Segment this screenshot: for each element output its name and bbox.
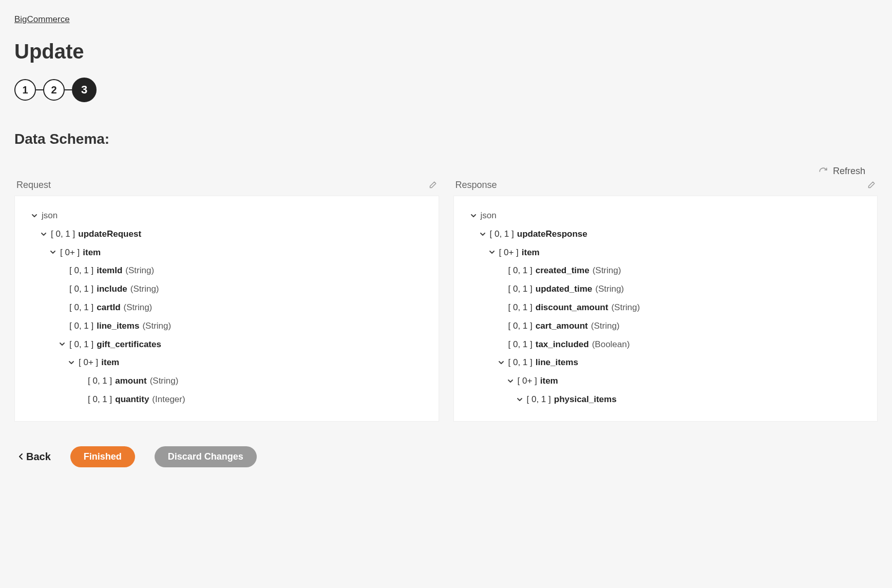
step-2[interactable]: 2 (43, 79, 65, 101)
tree-node: [ 0, 1 ]tax_included(Boolean) (468, 335, 863, 354)
step-1[interactable]: 1 (14, 79, 36, 101)
node-type: (String) (125, 264, 154, 277)
node-type: (Boolean) (592, 338, 630, 351)
chevron-down-icon[interactable] (68, 359, 75, 366)
node-name: updateRequest (78, 228, 141, 240)
finished-button[interactable]: Finished (70, 446, 135, 467)
node-name: cartId (97, 301, 120, 314)
chevron-down-icon[interactable] (489, 249, 496, 255)
tree-node[interactable]: [ 0+ ]item (468, 372, 863, 390)
node-cardinality: [ 0, 1 ] (69, 338, 93, 351)
tree-node[interactable]: json (468, 206, 863, 225)
node-cardinality: [ 0, 1 ] (508, 356, 533, 369)
node-cardinality: [ 0, 1 ] (508, 301, 533, 314)
node-type: (String) (595, 283, 624, 295)
tree-node[interactable]: [ 0, 1 ]updateResponse (468, 225, 863, 243)
node-cardinality: [ 0, 1 ] (490, 228, 514, 240)
chevron-down-icon[interactable] (50, 249, 57, 255)
tree-node: [ 0, 1 ]include(String) (29, 280, 424, 298)
node-name: cart_amount (536, 320, 588, 332)
node-cardinality: [ 0, 1 ] (69, 283, 93, 295)
node-cardinality: [ 0, 1 ] (508, 264, 533, 277)
node-type: (String) (593, 264, 621, 277)
tree-node[interactable]: [ 0, 1 ]updateRequest (29, 225, 424, 243)
node-type: (Integer) (152, 393, 185, 406)
node-name: item (101, 356, 119, 369)
tree-node: [ 0, 1 ]amount(String) (29, 372, 424, 390)
tree-node[interactable]: [ 0, 1 ]physical_items (468, 390, 863, 409)
node-name: line_items (97, 320, 139, 332)
refresh-icon[interactable] (819, 167, 828, 176)
tree-node: [ 0, 1 ]cart_amount(String) (468, 317, 863, 335)
chevron-down-icon[interactable] (41, 231, 48, 237)
node-type: (String) (150, 375, 179, 387)
tree-node[interactable]: [ 0, 1 ]gift_certificates (29, 335, 424, 354)
tree-node[interactable]: [ 0+ ]item (29, 243, 424, 262)
node-name: quantity (115, 393, 149, 406)
node-type: (String) (591, 320, 620, 332)
refresh-label[interactable]: Refresh (833, 166, 865, 177)
node-name: include (97, 283, 127, 295)
step-divider (36, 89, 43, 90)
discard-button[interactable]: Discard Changes (155, 446, 257, 467)
chevron-down-icon[interactable] (517, 396, 524, 403)
node-name: line_items (536, 356, 578, 369)
node-cardinality: [ 0, 1 ] (69, 320, 93, 332)
node-name: tax_included (536, 338, 589, 351)
chevron-down-icon[interactable] (31, 213, 39, 219)
node-cardinality: [ 0, 1 ] (527, 393, 551, 406)
edit-response-icon[interactable] (866, 181, 876, 190)
tree-node[interactable]: [ 0+ ]item (468, 243, 863, 262)
back-button[interactable]: Back (18, 451, 51, 463)
step-3[interactable]: 3 (72, 78, 97, 102)
tree-node: [ 0, 1 ]quantity(Integer) (29, 390, 424, 409)
node-name: amount (115, 375, 146, 387)
node-name: json (42, 210, 58, 222)
node-name: item (522, 246, 540, 259)
node-name: item (83, 246, 101, 259)
chevron-down-icon[interactable] (498, 359, 505, 366)
chevron-down-icon[interactable] (507, 378, 515, 384)
tree-node: [ 0, 1 ]line_items(String) (29, 317, 424, 335)
step-divider (65, 89, 72, 90)
node-type: (String) (130, 283, 159, 295)
node-cardinality: [ 0, 1 ] (508, 283, 533, 295)
chevron-down-icon[interactable] (470, 213, 478, 219)
edit-request-icon[interactable] (428, 181, 437, 190)
chevron-down-icon[interactable] (59, 341, 66, 347)
node-cardinality: [ 0, 1 ] (69, 264, 93, 277)
node-name: discount_amount (536, 301, 609, 314)
node-cardinality: [ 0+ ] (499, 246, 519, 259)
node-cardinality: [ 0, 1 ] (88, 393, 112, 406)
tree-node[interactable]: [ 0, 1 ]line_items (468, 353, 863, 372)
section-heading: Data Schema: (14, 131, 878, 147)
node-name: json (481, 210, 497, 222)
tree-node: [ 0, 1 ]itemId(String) (29, 261, 424, 280)
node-cardinality: [ 0, 1 ] (69, 301, 93, 314)
tree-node: [ 0, 1 ]updated_time(String) (468, 280, 863, 298)
back-label: Back (26, 451, 51, 463)
node-name: itemId (97, 264, 122, 277)
node-cardinality: [ 0, 1 ] (508, 320, 533, 332)
tree-node: [ 0, 1 ]cartId(String) (29, 298, 424, 317)
node-name: physical_items (554, 393, 617, 406)
node-type: (String) (142, 320, 171, 332)
page-title: Update (14, 40, 878, 63)
node-type: (String) (611, 301, 640, 314)
node-type: (String) (124, 301, 153, 314)
request-label: Request (16, 180, 51, 191)
tree-node[interactable]: json (29, 206, 424, 225)
chevron-down-icon[interactable] (480, 231, 487, 237)
breadcrumb-link[interactable]: BigCommerce (14, 14, 70, 25)
node-cardinality: [ 0+ ] (518, 375, 537, 387)
response-label: Response (456, 180, 497, 191)
node-cardinality: [ 0, 1 ] (508, 338, 533, 351)
tree-node[interactable]: [ 0+ ]item (29, 353, 424, 372)
tree-node: [ 0, 1 ]created_time(String) (468, 261, 863, 280)
node-cardinality: [ 0, 1 ] (51, 228, 75, 240)
node-cardinality: [ 0, 1 ] (88, 375, 112, 387)
node-name: updateResponse (517, 228, 587, 240)
node-name: item (540, 375, 558, 387)
request-panel: json[ 0, 1 ]updateRequest[ 0+ ]item[ 0, … (14, 196, 439, 422)
node-name: gift_certificates (97, 338, 161, 351)
